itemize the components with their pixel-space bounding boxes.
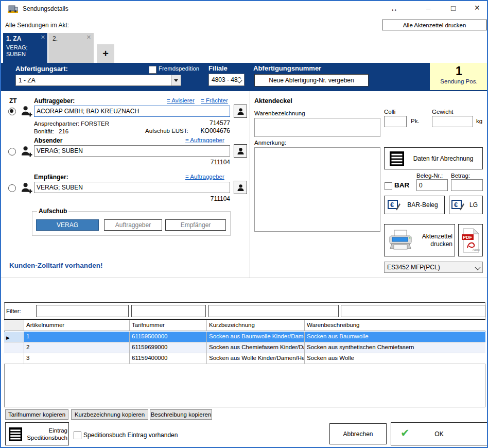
person-add-icon[interactable] bbox=[21, 182, 32, 194]
anmerkung-textarea[interactable] bbox=[254, 147, 380, 232]
bonitaet-label: Bonität: bbox=[34, 128, 54, 134]
abfertigungsart-select[interactable]: 1 - ZA bbox=[15, 75, 181, 86]
betrag-input[interactable] bbox=[451, 179, 483, 191]
aufschub-empfaenger-button[interactable]: Empfänger bbox=[165, 219, 226, 231]
beleg-nr-input[interactable] bbox=[416, 179, 448, 191]
bar-checkbox[interactable] bbox=[385, 182, 392, 190]
filiale-select[interactable]: 4803 - 480 bbox=[208, 74, 245, 86]
lg-button[interactable]: € LG bbox=[449, 196, 483, 214]
speditionsbuch-checkbox[interactable] bbox=[74, 432, 81, 439]
cell-artikelnummer: 3 bbox=[24, 353, 130, 364]
abfertigungsart-value: 1 - ZA bbox=[19, 77, 36, 84]
empfaenger-auftraggeber-link[interactable]: = Auftraggeber bbox=[185, 174, 224, 180]
auftraggeber-contact-button[interactable] bbox=[234, 105, 247, 118]
empfaenger-contact-button[interactable] bbox=[234, 181, 247, 194]
empfaenger-number: 711104 bbox=[181, 195, 230, 202]
avisierer-link[interactable]: = Avisierer bbox=[167, 97, 195, 104]
all-shipments-label: Alle Sendungen im Akt: bbox=[5, 22, 69, 29]
betrag-label: Betrag: bbox=[451, 173, 470, 179]
gewicht-input[interactable] bbox=[432, 116, 473, 127]
aufschub-verag-button[interactable]: VERAG bbox=[36, 219, 99, 231]
pdf-button[interactable]: PDF Adobe bbox=[458, 224, 483, 256]
zolltarif-note: Kunden-Zolltarif vorhanden! bbox=[9, 262, 103, 269]
sendung-pos-label: Sendung Pos. bbox=[430, 78, 488, 84]
resize-icon[interactable]: ↔ bbox=[390, 4, 398, 13]
add-tab-button[interactable]: + bbox=[97, 44, 114, 63]
chevron-down-icon[interactable] bbox=[475, 264, 480, 270]
auftraggeber-radio[interactable] bbox=[8, 108, 16, 115]
filter-kurzbezeichnung-input[interactable] bbox=[208, 305, 339, 317]
table-row[interactable]: 3 61159400000 Socken aus Wolle Kinder/Da… bbox=[4, 353, 485, 364]
table-row[interactable]: 2 61159699000 Socken aus Chemiefasern Ki… bbox=[4, 342, 485, 353]
colli-input[interactable] bbox=[384, 116, 407, 127]
sendungsdetails-window: Sendungsdetails ↔ – □ ✕ Alle Sendungen i… bbox=[0, 0, 488, 448]
maximize-icon[interactable]: □ bbox=[451, 4, 456, 12]
empfaenger-input[interactable] bbox=[34, 182, 230, 193]
absender-contact-button[interactable] bbox=[234, 144, 247, 158]
app-truck-icon bbox=[7, 4, 19, 13]
empfaenger-label: Empfänger: bbox=[34, 174, 68, 181]
close-icon[interactable]: ✕ bbox=[474, 4, 480, 12]
filter-artikelnummer-input[interactable] bbox=[36, 305, 129, 317]
eintrag-speditionsbuch-button[interactable]: Eintrag Speditionsbuch bbox=[5, 422, 69, 445]
daten-abrechnung-label: Daten für Abrechnung bbox=[404, 155, 482, 162]
abfertigungsnummer-label: Abfertigungsnummer bbox=[253, 64, 321, 72]
minimize-icon[interactable]: – bbox=[426, 4, 430, 12]
printer-value: ES3452 MFP(PCL) bbox=[387, 264, 440, 271]
column-header-kurzbezeichnung[interactable]: Kurzbezeichnung bbox=[207, 320, 305, 331]
absender-number: 711104 bbox=[181, 159, 230, 166]
pdf-icon: PDF Adobe bbox=[461, 228, 480, 253]
print-all-aktenzettel-button[interactable]: Alle Aktenzettel drucken bbox=[382, 20, 487, 30]
absender-auftraggeber-link[interactable]: = Auftraggeber bbox=[185, 137, 224, 143]
tab-shipment-1[interactable]: 1. ZA ✕ VERAG; SUBEN bbox=[3, 33, 47, 63]
person-add-icon[interactable] bbox=[21, 105, 32, 117]
table-row[interactable]: ▶ 1 61159500000 Socken aus Baumwolle Kin… bbox=[4, 332, 485, 342]
cell-artikelnummer: 1 bbox=[24, 332, 130, 342]
cancel-button[interactable]: Abbrechen bbox=[329, 423, 387, 444]
kg-label: kg bbox=[476, 118, 482, 124]
tab-shipment-2[interactable]: 2. ✕ bbox=[48, 33, 94, 63]
warenbezeichnung-label: Warenbezeichnung bbox=[254, 110, 305, 116]
aufschub-auftraggeber-button[interactable]: Auftraggeber bbox=[104, 219, 162, 231]
auftraggeber-number: 714577 bbox=[181, 119, 230, 127]
aktenzettel-drucken-button[interactable]: Aktenzettel drucken bbox=[384, 224, 455, 256]
daten-abrechnung-button[interactable]: Daten für Abrechnung bbox=[384, 147, 483, 169]
lg-label: LG bbox=[465, 201, 482, 209]
cell-artikelnummer: 2 bbox=[24, 342, 130, 353]
column-header-tarifnummer[interactable]: Tarifnummer bbox=[130, 320, 207, 331]
fraechter-link[interactable]: = Frächter bbox=[201, 97, 228, 104]
bar-beleg-button[interactable]: € BAR-Beleg bbox=[384, 196, 445, 214]
copy-tarifnummer-button[interactable]: Tarifnummer kopieren bbox=[5, 409, 68, 420]
fremdspedition-checkbox[interactable] bbox=[149, 66, 156, 74]
person-add-icon[interactable] bbox=[21, 145, 32, 157]
aktendeckel-title: Aktendeckel bbox=[254, 97, 292, 105]
row-selector-icon: ▶ bbox=[4, 332, 24, 342]
filiale-label: Filiale bbox=[208, 64, 228, 72]
tab-close-icon[interactable]: ✕ bbox=[41, 34, 45, 41]
empfaenger-radio[interactable] bbox=[8, 184, 16, 192]
title-bar: Sendungsdetails ↔ – □ ✕ bbox=[1, 1, 487, 16]
svg-text:€: € bbox=[454, 201, 458, 209]
person-icon bbox=[236, 107, 245, 116]
svg-text:€: € bbox=[390, 201, 394, 209]
sendung-pos-box: 1 Sendung Pos. bbox=[430, 63, 488, 90]
window-title: Sendungsdetails bbox=[23, 5, 68, 12]
dropdown-arrow-icon[interactable] bbox=[171, 75, 181, 85]
warenbezeichnung-textarea[interactable] bbox=[254, 118, 380, 137]
column-header-warenbeschreibung[interactable]: Warenbeschreibung bbox=[305, 320, 485, 331]
printer-select[interactable]: ES3452 MFP(PCL) bbox=[384, 262, 483, 273]
new-abfertigung-nr-button[interactable]: Neue Abfertigung-Nr. vergeben bbox=[254, 74, 369, 87]
copy-beschreibung-button[interactable]: Beschreibung kopieren bbox=[150, 409, 212, 420]
abfertigungsart-label: Abfertigungsart: bbox=[15, 65, 68, 73]
tab-close-icon[interactable]: ✕ bbox=[86, 34, 91, 41]
copy-kurzbezeichnung-button[interactable]: Kurzbezeichnung kopieren bbox=[71, 409, 148, 420]
absender-input[interactable] bbox=[34, 145, 230, 157]
cell-warenbeschreibung: Socken aus Wolle bbox=[305, 353, 485, 364]
auftraggeber-input[interactable] bbox=[34, 106, 230, 117]
filter-warenbeschreibung-input[interactable] bbox=[341, 305, 485, 317]
filter-tarifnummer-input[interactable] bbox=[131, 305, 206, 317]
ok-button[interactable]: ✔ OK bbox=[391, 422, 487, 445]
anmerkung-label: Anmerkung: bbox=[254, 140, 286, 146]
column-header-artikelnummer[interactable]: Artikelnummer bbox=[24, 320, 130, 331]
absender-radio[interactable] bbox=[8, 148, 16, 156]
